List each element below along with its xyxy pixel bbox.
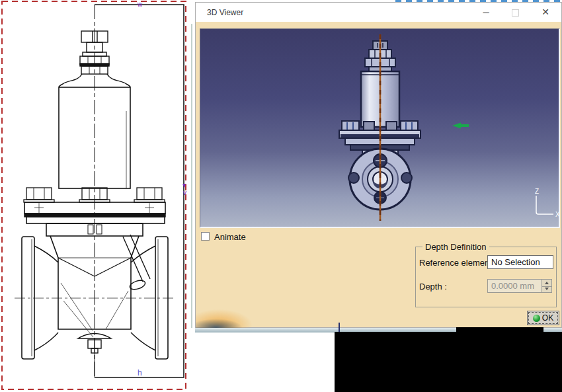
ok-button[interactable]: OK	[527, 311, 559, 325]
depth-definition-title: Depth Definition	[422, 242, 489, 252]
reference-element-label: Reference element :	[419, 258, 497, 268]
spinner-down-icon[interactable]	[542, 286, 551, 293]
marker-h: h	[138, 368, 142, 377]
ok-label: OK	[542, 313, 553, 323]
green-sphere-icon	[533, 315, 540, 322]
minimize-icon: ─	[483, 7, 489, 17]
ok-button-inner: OK	[528, 312, 558, 324]
corner-smudge-artifact	[196, 303, 268, 328]
reference-element-field[interactable]: No Selection	[487, 255, 553, 269]
valve-3d-geometry	[339, 34, 421, 221]
redacted-area	[335, 332, 562, 392]
3d-viewer-window: 3D Viewer ─ ✕	[195, 2, 562, 328]
maximize-icon	[512, 9, 519, 17]
depth-definition-group: Depth Definition Reference element : No …	[415, 247, 557, 307]
animate-label: Animate	[214, 232, 246, 242]
depth-spinner[interactable]	[542, 279, 552, 293]
axis-x-label: X	[555, 211, 559, 218]
maximize-button[interactable]	[501, 3, 530, 22]
depth-label: Depth :	[419, 282, 447, 292]
3d-viewport[interactable]: Z X	[200, 28, 560, 228]
axis-triad-icon: Z X	[535, 188, 559, 218]
depth-field[interactable]: 0.0000 mm	[487, 279, 542, 293]
close-button[interactable]: ✕	[531, 3, 560, 22]
3d-valve-render: Z X	[200, 29, 559, 227]
valve-2d-geometry	[15, 5, 184, 377]
background-window-edge	[191, 24, 192, 328]
animate-checkbox[interactable]	[201, 232, 210, 241]
minimize-button[interactable]: ─	[471, 3, 501, 22]
titlebar[interactable]: 3D Viewer ─ ✕	[196, 3, 561, 22]
screen: w v h 3D Viewer ─ ✕	[0, 0, 562, 392]
axis-z-label: Z	[535, 188, 539, 195]
direction-arrow-icon	[452, 123, 469, 129]
close-icon: ✕	[542, 7, 549, 17]
2d-valve-drawing: w v h	[0, 0, 195, 392]
window-title: 3D Viewer	[207, 8, 243, 17]
